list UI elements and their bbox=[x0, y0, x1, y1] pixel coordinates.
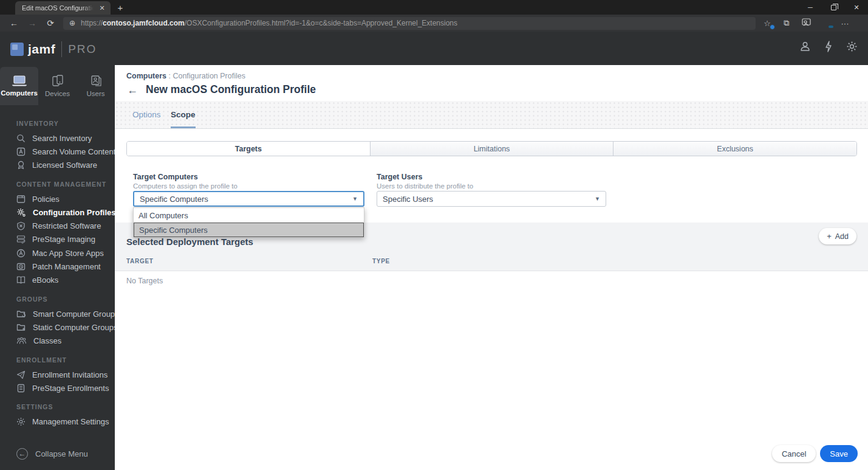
settings-icon[interactable] bbox=[846, 41, 858, 52]
jamf-logo-icon bbox=[10, 43, 24, 56]
target-computers-select[interactable]: Specific Computers ▼ bbox=[133, 191, 364, 207]
context-tab-devices[interactable]: Devices bbox=[38, 67, 77, 105]
context-tab-computers[interactable]: Computers bbox=[0, 67, 38, 105]
segment-targets[interactable]: Targets bbox=[127, 142, 370, 156]
sidebar-item-static-computer-groups[interactable]: Static Computer Groups bbox=[0, 320, 115, 334]
configuration-profiles-icon bbox=[16, 208, 26, 217]
sidebar-item-classes[interactable]: Classes bbox=[0, 334, 115, 348]
management-settings-icon bbox=[16, 417, 26, 426]
add-target-button[interactable]: + Add bbox=[819, 228, 856, 244]
license-icon bbox=[16, 161, 26, 170]
sidebar-item-ebooks[interactable]: eBooks bbox=[0, 274, 115, 287]
cancel-button[interactable]: Cancel bbox=[772, 445, 816, 462]
column-header-type: TYPE bbox=[372, 258, 390, 264]
window-controls: ─ ✕ bbox=[799, 0, 868, 15]
section-content-management: CONTENT MANAGEMENT bbox=[0, 172, 115, 192]
plus-icon: + bbox=[827, 232, 832, 241]
option-specific-computers[interactable]: Specific Computers bbox=[134, 223, 364, 237]
scope-content: Targets Limitations Exclusions Target Co… bbox=[115, 129, 868, 470]
users-icon bbox=[90, 75, 102, 87]
chevron-down-icon: ▼ bbox=[595, 196, 600, 202]
option-all-computers[interactable]: All Computers bbox=[134, 208, 364, 223]
sidebar-item-prestage-enrollments[interactable]: PreStage Enrollments bbox=[0, 381, 115, 395]
sidebar: Computers Devices Users INVENTORY Search… bbox=[0, 65, 115, 470]
sidebar-item-search-inventory[interactable]: Search Inventory bbox=[0, 131, 115, 145]
sidebar-item-patch-management[interactable]: Patch Management bbox=[0, 260, 115, 273]
sidebar-item-search-volume-content[interactable]: Search Volume Content bbox=[0, 145, 115, 158]
invitation-icon bbox=[16, 370, 26, 379]
address-bar[interactable]: ⊕ https://contoso.jamfcloud.com/OSXConfi… bbox=[63, 17, 756, 30]
collapse-arrow-icon: ← bbox=[16, 448, 28, 460]
computers-icon bbox=[12, 75, 27, 86]
browser-titlebar: Edit macOS Configuration Profile ✕ + ─ ✕ bbox=[0, 0, 868, 15]
target-computers-label: Target Computers bbox=[133, 173, 198, 181]
tab-scope[interactable]: Scope bbox=[171, 101, 196, 128]
browser-toolbar: ← → ⟳ ⊕ https://contoso.jamfcloud.com/OS… bbox=[0, 15, 868, 32]
logo-text-pro: PRO bbox=[68, 43, 97, 56]
notifications-icon[interactable] bbox=[824, 41, 833, 52]
sidebar-item-policies[interactable]: Policies bbox=[0, 192, 115, 206]
sidebar-item-enrollment-invitations[interactable]: Enrollment Invitations bbox=[0, 368, 115, 381]
url-text: https://contoso.jamfcloud.com/OSXConfigu… bbox=[81, 19, 457, 27]
account-icon[interactable] bbox=[799, 41, 811, 52]
sidebar-item-management-settings[interactable]: Management Settings bbox=[0, 415, 115, 428]
back-icon[interactable]: ← bbox=[5, 18, 23, 28]
refresh-icon[interactable]: ⟳ bbox=[41, 18, 60, 28]
smart-group-icon bbox=[16, 309, 26, 319]
sidebar-item-configuration-profiles[interactable]: Configuration Profiles bbox=[0, 206, 115, 219]
column-header-target: TARGET bbox=[126, 258, 154, 264]
section-groups: GROUPS bbox=[0, 287, 115, 307]
browser-tab[interactable]: Edit macOS Configuration Profile ✕ bbox=[15, 1, 111, 15]
web-capture-icon[interactable] bbox=[801, 18, 812, 29]
section-enrollment: ENROLLMENT bbox=[0, 348, 115, 368]
restricted-software-icon bbox=[16, 221, 26, 230]
section-inventory: INVENTORY bbox=[0, 111, 115, 131]
app-store-icon bbox=[16, 249, 26, 258]
back-button[interactable]: ← bbox=[127, 85, 138, 95]
segment-limitations[interactable]: Limitations bbox=[370, 142, 613, 156]
profile-tabstrip: Options Scope bbox=[115, 101, 868, 129]
forward-icon[interactable]: → bbox=[23, 18, 41, 28]
ebooks-icon bbox=[16, 275, 26, 285]
window-minimize-icon[interactable]: ─ bbox=[799, 0, 822, 15]
save-button[interactable]: Save bbox=[820, 445, 858, 462]
scope-segmented-control: Targets Limitations Exclusions bbox=[126, 141, 857, 156]
site-info-icon[interactable]: ⊕ bbox=[69, 19, 75, 27]
browser-menu-icon[interactable]: ··· bbox=[839, 19, 850, 28]
window-close-icon[interactable]: ✕ bbox=[845, 0, 868, 15]
context-tab-users[interactable]: Users bbox=[77, 67, 115, 105]
empty-targets-text: No Targets bbox=[126, 277, 163, 285]
new-tab-button[interactable]: + bbox=[114, 2, 126, 14]
target-users-help: Users to distribute the profile to bbox=[377, 182, 473, 190]
collapse-menu-button[interactable]: ← Collapse Menu bbox=[16, 448, 88, 460]
prestage-imaging-icon bbox=[16, 235, 26, 244]
patch-management-icon bbox=[16, 262, 26, 271]
tab-close-icon[interactable]: ✕ bbox=[97, 3, 107, 13]
context-tabs: Computers Devices Users bbox=[0, 67, 115, 105]
breadcrumb[interactable]: Computers : Configuration Profiles bbox=[126, 72, 245, 80]
logo-text-jamf: jamf bbox=[28, 42, 55, 57]
segment-exclusions[interactable]: Exclusions bbox=[613, 142, 856, 156]
chevron-down-icon: ▼ bbox=[352, 196, 358, 202]
window-restore-icon[interactable] bbox=[822, 0, 845, 15]
static-group-icon bbox=[16, 323, 26, 332]
sidebar-item-prestage-imaging[interactable]: PreStage Imaging bbox=[0, 233, 115, 246]
jamf-logo[interactable]: jamf PRO bbox=[10, 41, 97, 57]
deployment-heading: Selected Deployment Targets bbox=[126, 237, 253, 247]
target-computers-dropdown: All Computers Specific Computers bbox=[133, 207, 364, 238]
target-users-select[interactable]: Specific Users ▼ bbox=[377, 191, 606, 207]
classes-icon bbox=[16, 336, 27, 345]
devices-icon bbox=[52, 75, 64, 87]
page-title: New macOS Configuration Profile bbox=[146, 83, 316, 96]
search-icon bbox=[16, 134, 26, 143]
app-header: jamf PRO bbox=[0, 32, 868, 65]
favorites-icon[interactable]: ☆ bbox=[762, 19, 773, 28]
sidebar-item-licensed-software[interactable]: Licensed Software bbox=[0, 159, 115, 172]
sidebar-menu: INVENTORY Search Inventory Search Volume… bbox=[0, 111, 115, 429]
sidebar-item-smart-computer-groups[interactable]: Smart Computer Groups bbox=[0, 307, 115, 320]
sidebar-item-mac-app-store-apps[interactable]: Mac App Store Apps bbox=[0, 246, 115, 260]
sidebar-item-restricted-software[interactable]: Restricted Software bbox=[0, 219, 115, 232]
volume-content-icon bbox=[16, 147, 26, 156]
collections-icon[interactable]: ⧉ bbox=[781, 18, 792, 28]
tab-options[interactable]: Options bbox=[132, 101, 161, 128]
